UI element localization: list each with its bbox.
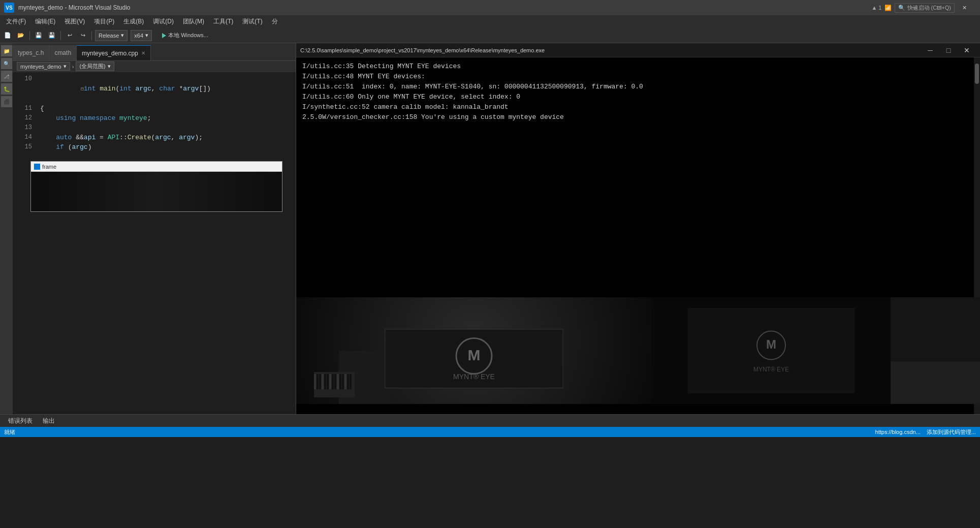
status-add-source[interactable]: 添加到源代码管理... [927,428,976,436]
menu-more[interactable]: 分 [268,16,282,27]
save-button[interactable]: 💾 [33,30,44,41]
status-ready: 就绪 [4,428,15,436]
code-editor[interactable]: 10 ⊟int main(int argc, char *argv[]) 11 … [13,72,296,414]
editor-area: types_c.h cmath mynteyes_demo.cpp ✕ mynt… [13,43,296,414]
menu-file[interactable]: 文件(F) [2,16,30,27]
arch-label: x64 [134,33,143,39]
camera-preview-right [891,297,980,404]
toolbar-separator-1 [29,31,30,40]
git-icon[interactable]: ⎇ [1,71,12,82]
menu-tools[interactable]: 工具(T) [209,16,237,27]
terminal-line-1: I/utils.cc:35 Detecting MYNT EYE devices [302,61,974,72]
scope-label: (全局范围) [79,63,105,70]
tab-demo-cpp[interactable]: mynteyes_demo.cpp ✕ [77,45,151,60]
status-bar-left: 就绪 [4,428,15,436]
config-dropdown-arrow: ▾ [121,32,124,39]
breadcrumb-separator: › [72,64,74,70]
save-all-button[interactable]: 💾 [46,30,57,41]
title-bar: VS mynteyes_demo - Microsoft Visual Stud… [0,0,980,15]
code-line-12: 12 using namespace mynteye; [13,113,296,123]
menu-bar: 文件(F) 编辑(E) 视图(V) 项目(P) 生成(B) 调试(D) 团队(M… [0,15,980,28]
status-bar: 就绪 https://blog.csdn... 添加到源代码管理... [0,427,980,437]
project-name: mynteyes_demo [20,64,61,70]
tab-label-types-h: types_c.h [18,49,44,56]
camera-frame-window[interactable]: frame [30,161,282,212]
terminal-minimize-button[interactable]: ─ [921,43,939,57]
menu-team[interactable]: 团队(M) [179,16,208,27]
code-line-11: 11 { [13,104,296,113]
config-label: Release [99,33,119,39]
code-line-13: 13 [13,123,296,133]
terminal-line-3: I/utils.cc:51 index: 0, name: MYNT-EYE-S… [302,82,974,92]
project-dropdown-arrow: ▾ [64,63,67,70]
terminal-path: C:\2.5.0\samples\simple_demo\project_vs2… [300,47,921,53]
arch-dropdown[interactable]: x64 ▾ [131,30,152,41]
new-project-button[interactable]: 📄 [2,30,13,41]
run-label: 本地 Windows... [168,32,208,39]
debug-sidebar-icon[interactable]: 🐛 [1,83,12,95]
menu-project[interactable]: 项目(P) [90,16,118,27]
search-sidebar-icon[interactable]: 🔍 [1,58,12,69]
tab-cmath[interactable]: cmath [49,45,77,60]
terminal-title-bar: C:\2.5.0\samples\simple_demo\project_vs2… [296,43,980,57]
project-dropdown[interactable]: mynteyes_demo ▾ [17,62,70,71]
tab-error-list[interactable]: 错误列表 [4,416,37,426]
scope-dropdown-arrow: ▾ [108,63,111,70]
tab-close-demo-cpp[interactable]: ✕ [141,50,145,56]
close-button[interactable]: ✕ [953,0,976,15]
window-title: mynteyes_demo - Microsoft Visual Studio [18,4,902,11]
tab-label-demo-cpp: mynteyes_demo.cpp [82,50,138,57]
bottom-panel-tabs: 错误列表 输出 [0,414,980,427]
arch-dropdown-arrow: ▾ [145,32,148,39]
run-button[interactable]: 本地 Windows... [158,30,212,41]
code-line-14: 14 auto &&api = API::Create(argc, argv); [13,133,296,142]
menu-test[interactable]: 测试(T) [238,16,266,27]
menu-edit[interactable]: 编辑(E) [31,16,59,27]
network-icon: 📶 [884,5,892,11]
terminal-line-2: I/utils.cc:48 MYNT EYE devices: [302,72,974,82]
status-link[interactable]: https://blog.csdn... [875,429,921,435]
extensions-icon[interactable]: ⬛ [1,96,12,107]
tab-types-h[interactable]: types_c.h [13,45,49,60]
toolbar: 📄 📂 💾 💾 ↩ ↪ Release ▾ x64 ▾ 本地 Windows..… [0,28,980,43]
sys-tray: ▲ 1 📶 🔍 快速启动 (Ctrl+Q) [871,0,955,15]
terminal-maximize-button[interactable]: □ [939,43,958,57]
undo-button[interactable]: ↩ [64,30,75,41]
tab-bar: types_c.h cmath mynteyes_demo.cpp ✕ [13,43,296,61]
preview-bottom-panel [296,297,980,404]
right-panel: C:\2.5.0\samples\simple_demo\project_vs2… [296,43,980,414]
toolbar-separator-2 [60,31,61,40]
menu-debug[interactable]: 调试(D) [149,16,178,27]
menu-view[interactable]: 视图(V) [60,16,89,27]
explorer-icon[interactable]: 📁 [1,45,12,56]
breadcrumb-bar: mynteyes_demo ▾ › (全局范围) ▾ [13,61,296,72]
terminal-line-6: 2.5.0W/version_checker.cc:158 You're usi… [302,112,974,122]
status-bar-right: https://blog.csdn... 添加到源代码管理... [875,428,976,436]
camera-preview-left [296,297,652,404]
main-layout: 📁 🔍 ⎇ 🐛 ⬛ types_c.h cmath mynteyes_demo.… [0,43,980,414]
activity-bar: 📁 🔍 ⎇ 🐛 ⬛ [0,43,13,414]
menu-build[interactable]: 生成(B) [119,16,148,27]
scope-dropdown[interactable]: (全局范围) ▾ [76,61,114,71]
signal-icon: ▲ 1 [871,5,881,11]
code-line-15: 15 if (argc) [13,142,296,152]
search-icon: 🔍 [898,5,905,11]
quick-launch[interactable]: 🔍 快速启动 (Ctrl+Q) [895,3,955,13]
tab-label-cmath: cmath [54,49,71,56]
camera-frame-title-bar: frame [31,162,282,172]
config-dropdown[interactable]: Release ▾ [95,30,128,41]
terminal-close-button[interactable]: ✕ [958,43,976,57]
code-line-10: 10 ⊟int main(int argc, char *argv[]) [13,74,296,104]
terminal-line-5: I/synthetic.cc:52 camera calib model: ka… [302,102,974,112]
camera-preview-middle [652,297,891,404]
open-button[interactable]: 📂 [15,30,26,41]
vs-logo-icon: VS [4,3,14,13]
toolbar-separator-3 [91,31,92,40]
terminal-window-controls: ─ □ ✕ [921,43,976,57]
play-icon [162,33,166,38]
tab-output[interactable]: 输出 [39,416,59,426]
redo-button[interactable]: ↪ [77,30,88,41]
camera-frame-icon [34,164,40,170]
terminal-scroll-thumb[interactable] [975,64,979,84]
camera-frame-title: frame [42,164,56,170]
